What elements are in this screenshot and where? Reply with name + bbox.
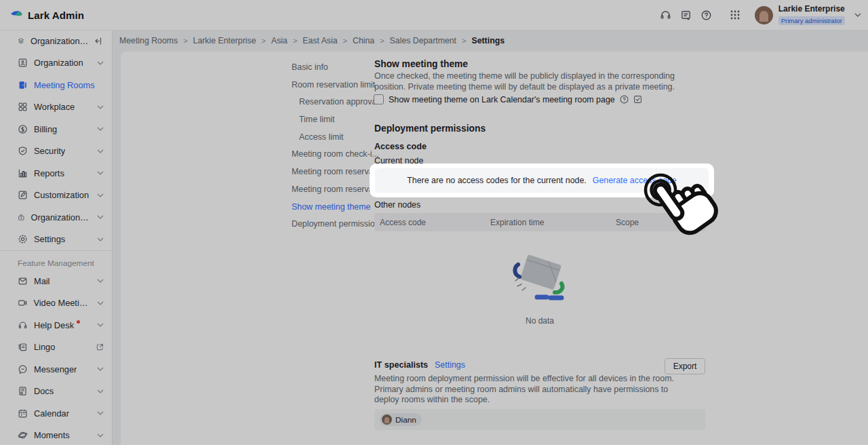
empty-access-code-text: There are no access codes for the curren… [407, 176, 586, 185]
lark-admin-window: Lark Admin [0, 0, 868, 445]
access-code-spotlight-card: There are no access codes for the curren… [370, 163, 714, 197]
generate-access-code-link[interactable]: Generate access code [593, 176, 677, 185]
current-node-empty-row: There are no access codes for the curren… [375, 168, 709, 193]
guide-dim-overlay [0, 0, 868, 445]
